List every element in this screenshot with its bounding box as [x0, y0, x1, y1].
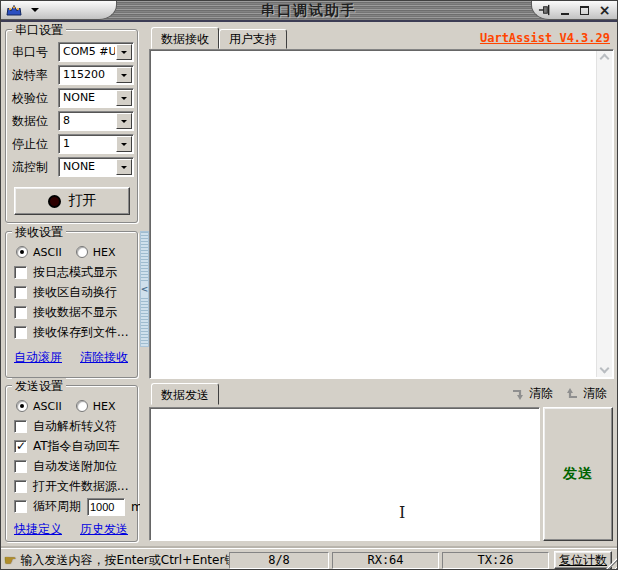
- parity-field-row: 校验位 NONE: [6, 88, 137, 108]
- file-source-checkbox[interactable]: [14, 480, 27, 493]
- baud-select-arrow[interactable]: [116, 67, 132, 83]
- minimize-icon: [561, 13, 569, 15]
- clear-up-arrow-icon: [565, 387, 579, 401]
- reset-count-button[interactable]: 复位计数: [554, 551, 612, 569]
- cycle-checkbox[interactable]: [14, 500, 27, 513]
- append-bits-checkbox[interactable]: [14, 460, 27, 473]
- clear-receive-link[interactable]: 清除接收: [80, 349, 128, 366]
- stopbits-field-row: 停止位 1: [6, 134, 137, 154]
- send-count-panel: 8/8: [229, 552, 329, 569]
- save-to-file-checkbox[interactable]: [14, 326, 27, 339]
- tab-user-support[interactable]: 用户支持: [219, 29, 287, 49]
- flowctrl-select[interactable]: NONE: [58, 157, 134, 177]
- baud-field-row: 波特率 115200: [6, 65, 137, 85]
- receive-settings-group: 接收设置 ASCII HEX 按日志模式显示 接收区自动换行 接收数据不显示: [5, 231, 138, 378]
- tab-data-send[interactable]: 数据发送: [151, 383, 219, 405]
- databits-select[interactable]: 8: [58, 111, 134, 131]
- escape-parse-row: 自动解析转义符: [6, 418, 137, 435]
- hide-rx-row: 接收数据不显示: [6, 304, 137, 321]
- receive-scrollbar[interactable]: [596, 51, 612, 377]
- titlebar-right-wing: ×: [531, 1, 617, 20]
- system-menu-arrow-icon[interactable]: [31, 8, 39, 16]
- send-hex-label: HEX: [93, 400, 116, 413]
- auto-wrap-checkbox[interactable]: [14, 286, 27, 299]
- history-send-link[interactable]: 历史发送: [80, 521, 128, 538]
- append-bits-row: 自动发送附加位: [6, 458, 137, 475]
- tx-count-panel: TX:26: [442, 552, 549, 569]
- log-mode-checkbox[interactable]: [14, 266, 27, 279]
- chevron-down-icon: [121, 166, 127, 172]
- maximize-button[interactable]: [578, 3, 591, 17]
- databits-field-row: 数据位 8: [6, 111, 137, 131]
- app-icon[interactable]: [5, 4, 23, 17]
- flowctrl-label: 流控制: [12, 159, 58, 176]
- minimize-button[interactable]: [558, 3, 571, 17]
- baud-label: 波特率: [12, 67, 58, 84]
- databits-label: 数据位: [12, 113, 58, 130]
- receive-ascii-radio[interactable]: [16, 246, 28, 258]
- stopbits-select[interactable]: 1: [58, 134, 134, 154]
- send-button[interactable]: 发送: [543, 407, 613, 541]
- cycle-row: 循环周期 ms: [6, 498, 137, 515]
- clear-send-button[interactable]: 清除: [565, 385, 607, 402]
- scrollbar-down-icon[interactable]: [600, 364, 610, 374]
- port-status-icon: [48, 195, 61, 208]
- escape-parse-checkbox[interactable]: [14, 420, 27, 433]
- status-bar: ☛ 输入发送内容，按Enter或Ctrl+Enter键 8/8 RX:64 TX…: [1, 548, 617, 570]
- port-label: 串口号: [12, 44, 58, 61]
- scrollbar-up-icon[interactable]: [600, 54, 610, 64]
- hide-rx-checkbox[interactable]: [14, 306, 27, 319]
- at-cr-checkbox[interactable]: [14, 440, 27, 453]
- flowctrl-select-arrow[interactable]: [116, 159, 132, 175]
- baud-select[interactable]: 115200: [58, 65, 134, 85]
- send-settings-group: 发送设置 ASCII HEX 自动解析转义符 AT指令自动回车 自动发送附加位: [5, 385, 138, 542]
- chevron-down-icon: [121, 51, 127, 57]
- version-link[interactable]: UartAssist V4.3.29: [480, 31, 610, 45]
- send-textarea[interactable]: [149, 407, 540, 541]
- parity-select-arrow[interactable]: [116, 90, 132, 106]
- close-button[interactable]: ×: [598, 3, 611, 17]
- receive-hex-radio[interactable]: [76, 246, 88, 258]
- send-ascii-label: ASCII: [33, 400, 62, 413]
- vertical-splitter[interactable]: <: [140, 23, 149, 546]
- stopbits-select-arrow[interactable]: [116, 136, 132, 152]
- chevron-down-icon: [121, 120, 127, 126]
- send-ascii-radio[interactable]: [16, 400, 28, 412]
- save-to-file-row: 接收保存到文件...: [6, 324, 137, 341]
- title-bar[interactable]: 串口调试助手 ×: [1, 1, 617, 22]
- auto-wrap-row: 接收区自动换行: [6, 284, 137, 301]
- send-settings-title: 发送设置: [12, 378, 66, 395]
- serial-settings-group: 串口设置 串口号 COM5 #US 波特率 115200 校验位 NONE: [5, 29, 138, 223]
- send-tabstrip: 数据发送: [151, 383, 219, 405]
- shortcut-define-link[interactable]: 快捷定义: [14, 521, 62, 538]
- hint-hand-icon: ☛: [4, 552, 17, 568]
- receive-tabstrip: 数据接收 用户支持: [151, 27, 287, 49]
- open-port-button[interactable]: 打开: [14, 187, 130, 215]
- auto-scroll-link[interactable]: 自动滚屏: [14, 349, 62, 366]
- maximize-icon: [580, 6, 589, 15]
- log-mode-row: 按日志模式显示: [6, 264, 137, 281]
- close-icon: ×: [599, 4, 611, 16]
- port-select-arrow[interactable]: [116, 44, 132, 60]
- cycle-period-input[interactable]: [87, 498, 125, 516]
- tab-data-receive[interactable]: 数据接收: [151, 27, 219, 49]
- chevron-down-icon: [121, 74, 127, 80]
- receive-hex-label: HEX: [93, 246, 116, 259]
- send-hex-radio[interactable]: [76, 400, 88, 412]
- receive-area-container: [149, 49, 614, 379]
- file-source-row: 打开文件数据源...: [6, 478, 137, 495]
- serial-settings-title: 串口设置: [12, 22, 66, 39]
- clear-receive-button[interactable]: 清除: [511, 385, 553, 402]
- pin-icon[interactable]: [538, 3, 551, 17]
- titlebar-left-wing: [1, 1, 117, 20]
- receive-textarea[interactable]: [149, 49, 614, 379]
- app-window: 串口调试助手 × 串口设置 串口号: [0, 0, 618, 570]
- send-format-row: ASCII HEX: [6, 398, 137, 414]
- receive-ascii-label: ASCII: [33, 246, 62, 259]
- parity-label: 校验位: [12, 90, 58, 107]
- parity-select[interactable]: NONE: [58, 88, 134, 108]
- port-select[interactable]: COM5 #US: [58, 42, 134, 62]
- chevron-down-icon: [121, 97, 127, 103]
- databits-select-arrow[interactable]: [116, 113, 132, 129]
- splitter-handle[interactable]: <: [140, 231, 149, 347]
